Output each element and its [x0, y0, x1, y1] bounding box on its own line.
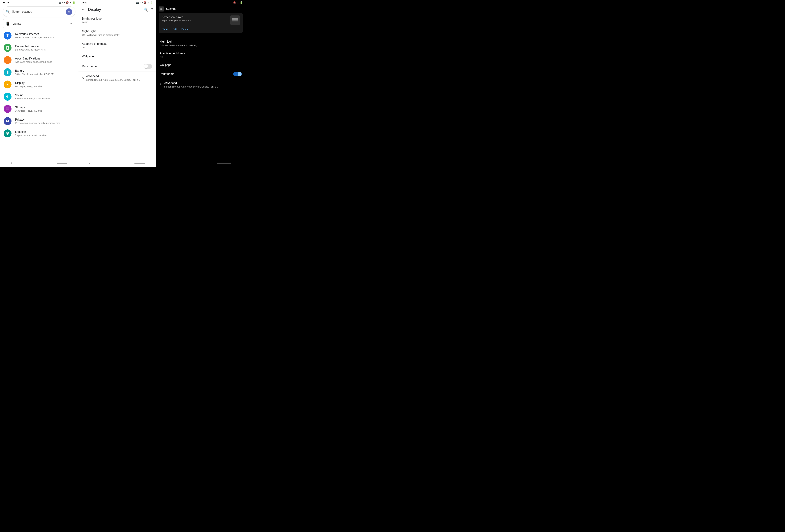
- sidebar-item-apps[interactable]: Apps & notifications Assistant, recent a…: [0, 54, 78, 66]
- adaptive-subtitle: Off: [82, 46, 152, 49]
- vibrate-row[interactable]: 📳 Vibrate ∨: [3, 19, 75, 28]
- notif-text: Screenshot saved Tap to view your screen…: [162, 16, 228, 22]
- sound-subtitle: Volume, vibration, Do Not Disturb: [15, 97, 75, 100]
- wallpaper-title: Wallpaper: [82, 55, 152, 58]
- dark-wifi-icon: ▲: [237, 1, 239, 4]
- display-title: Display: [15, 81, 75, 85]
- status-bar-2: 10:10 📷 A • 🔇 ▲ 🔋: [78, 0, 156, 5]
- search-icon: 🔍: [6, 10, 10, 14]
- dark-battery-icon: 🔋: [240, 1, 243, 4]
- vibrate-status-icon: 🔇: [66, 1, 69, 4]
- panel-dark: 🔇 ▲ 🔋 System Screenshot saved Tap to vie…: [156, 0, 246, 167]
- network-text: Network & internet Wi-Fi, mobile, data u…: [15, 32, 75, 39]
- a-icon-2: A: [140, 1, 141, 4]
- notification-card[interactable]: Screenshot saved Tap to view your screen…: [159, 13, 243, 33]
- search-placeholder: Search settings: [12, 10, 66, 13]
- storage-text: Storage 36% used - 41.17 GB free: [15, 106, 75, 112]
- dark-item-wallpaper[interactable]: Wallpaper: [156, 61, 246, 69]
- toggle-knob-on: [237, 72, 242, 76]
- notif-subtitle: Tap to view your screenshot: [162, 19, 228, 22]
- share-button[interactable]: Share: [162, 28, 169, 30]
- dark-item-dark-theme[interactable]: Dark theme: [156, 69, 246, 79]
- screenshot-thumbnail: [230, 16, 240, 25]
- adaptive-title: Adaptive brightness: [82, 42, 152, 46]
- display-item-dark-theme[interactable]: Dark theme: [78, 61, 156, 72]
- network-subtitle: Wi-Fi, mobile, data usage, and hotspot: [15, 36, 75, 39]
- advanced-subtitle: Screen timeout, Auto-rotate screen, Colo…: [86, 79, 152, 81]
- panel-settings: 10:10 📷 A • 🔇 ▲ 🔋 🔍 Search settings U 📳 …: [0, 0, 78, 167]
- dark-divider: [156, 35, 246, 35]
- dark-nav-pill: [217, 163, 231, 163]
- thumb-lines: [232, 18, 238, 22]
- dark-item-adaptive[interactable]: Adaptive brightness Off: [156, 49, 246, 61]
- help-button-display[interactable]: ?: [151, 7, 153, 12]
- storage-title: Storage: [15, 106, 75, 109]
- search-bar[interactable]: 🔍 Search settings U: [3, 6, 75, 17]
- system-title: System: [166, 7, 176, 10]
- sidebar-item-connected[interactable]: Connected devices Bluetooth, driving mod…: [0, 42, 78, 54]
- location-text: Location 3 apps have access to location: [15, 130, 75, 136]
- wifi-icon-2: ▲: [147, 1, 149, 4]
- advanced-text: Advanced Screen timeout, Auto-rotate scr…: [86, 75, 152, 81]
- connected-subtitle: Bluetooth, driving mode, NFC: [15, 48, 75, 51]
- sound-title: Sound: [15, 94, 75, 97]
- thumb-line: [232, 21, 238, 21]
- back-button-display[interactable]: ←: [81, 7, 85, 12]
- dark-status-icons: 🔇 ▲ 🔋: [233, 1, 243, 4]
- settings-list: Network & internet Wi-Fi, mobile, data u…: [0, 29, 78, 159]
- notif-title: Screenshot saved: [162, 16, 228, 19]
- nav-bar-2: ‹: [78, 159, 156, 167]
- storage-subtitle: 36% used - 41.17 GB free: [15, 109, 75, 112]
- dark-theme-title: Dark theme: [82, 65, 97, 68]
- brightness-title: Brightness level: [82, 17, 152, 20]
- dot-icon-2: •: [142, 1, 143, 4]
- sidebar-item-display[interactable]: Display Wallpaper, sleep, font size: [0, 78, 78, 91]
- display-text: Display Wallpaper, sleep, font size: [15, 81, 75, 88]
- back-button-1[interactable]: ‹: [11, 161, 12, 164]
- sidebar-item-sound[interactable]: Sound Volume, vibration, Do Not Disturb: [0, 91, 78, 103]
- dark-header: System: [156, 5, 246, 13]
- back-button-2[interactable]: ‹: [89, 161, 90, 164]
- avatar[interactable]: U: [66, 8, 72, 15]
- nav-bar-1: ‹: [0, 159, 78, 167]
- display-item-wallpaper[interactable]: Wallpaper: [78, 52, 156, 61]
- location-icon: [4, 129, 11, 137]
- dark-back-button[interactable]: ‹: [170, 161, 171, 164]
- thumb-line: [232, 19, 238, 20]
- apps-icon: [4, 56, 11, 64]
- dark-advanced-row[interactable]: ∨ Advanced Screen timeout, Auto-rotate s…: [156, 79, 246, 91]
- display-title-header: Display: [88, 7, 144, 12]
- battery-subtitle: 96% - Should last until about 7:30 AM: [15, 73, 75, 75]
- display-item-brightness[interactable]: Brightness level 100%: [78, 14, 156, 27]
- search-button-display[interactable]: 🔍: [144, 7, 148, 12]
- location-subtitle: 3 apps have access to location: [15, 134, 75, 136]
- dark-theme-toggle[interactable]: [144, 64, 152, 69]
- dark-item-night-light[interactable]: Night Light Off / Will never turn on aut…: [156, 37, 246, 49]
- dark-advanced-chevron-icon: ∨: [159, 82, 162, 86]
- apps-text: Apps & notifications Assistant, recent a…: [15, 57, 75, 63]
- delete-button[interactable]: Delete: [181, 28, 188, 30]
- dark-theme-toggle-on[interactable]: [233, 72, 242, 76]
- network-title: Network & internet: [15, 32, 75, 36]
- sidebar-item-storage[interactable]: Storage 36% used - 41.17 GB free: [0, 103, 78, 115]
- sidebar-item-location[interactable]: Location 3 apps have access to location: [0, 127, 78, 140]
- dark-nav-bar: ‹: [156, 159, 246, 167]
- battery-title: Battery: [15, 69, 75, 72]
- sidebar-item-privacy[interactable]: Privacy Permissions, account activity, p…: [0, 115, 78, 127]
- network-icon: [4, 32, 11, 40]
- dark-advanced-block: Advanced Screen timeout, Auto-rotate scr…: [164, 81, 242, 88]
- edit-button[interactable]: Edit: [173, 28, 177, 30]
- display-header: ← Display 🔍 ?: [78, 5, 156, 14]
- display-item-night-light[interactable]: Night Light Off / Will never turn on aut…: [78, 27, 156, 40]
- batt-icon-2: 🔋: [150, 1, 153, 4]
- sidebar-item-battery[interactable]: Battery 96% - Should last until about 7:…: [0, 66, 78, 78]
- display-advanced-row[interactable]: ∨ Advanced Screen timeout, Auto-rotate s…: [78, 72, 156, 84]
- display-list: Brightness level 100% Night Light Off / …: [78, 14, 156, 159]
- dark-vibrate-icon: 🔇: [233, 1, 236, 4]
- status-bar-1: 10:10 📷 A • 🔇 ▲ 🔋: [0, 0, 78, 5]
- dark-night-light-subtitle: Off / Will never turn on automatically: [159, 44, 242, 47]
- apps-title: Apps & notifications: [15, 57, 75, 60]
- display-item-adaptive[interactable]: Adaptive brightness Off: [78, 40, 156, 52]
- thumb-line: [232, 22, 238, 22]
- sidebar-item-network[interactable]: Network & internet Wi-Fi, mobile, data u…: [0, 29, 78, 42]
